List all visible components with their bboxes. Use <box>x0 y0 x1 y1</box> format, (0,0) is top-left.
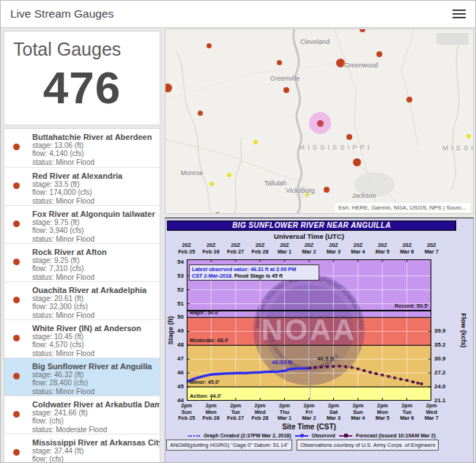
city-label-vicksburg: Vicksburg <box>286 187 314 194</box>
map-attribution: Esri, HERE, Garmin, NGA, USGS, NPS | Sou… <box>335 203 470 212</box>
gauge-name: Big Sunflower River at Anguilla <box>32 362 155 371</box>
list-item[interactable]: White River (IN) at Anderson stage: 10.4… <box>4 319 160 358</box>
gauge-status-dot <box>13 411 20 418</box>
latest-observed-line2: CST 2-Mar-2018. <box>192 273 233 279</box>
gauge-status: status: Moderate Flood <box>32 426 155 434</box>
legend-forecast: Forecast (issued 10:19AM Mar 2) <box>356 433 436 438</box>
gauge-name: Red River at Alexandria <box>32 171 155 180</box>
red-gauge-marker[interactable] <box>283 87 289 93</box>
red-gauge-marker[interactable] <box>215 212 220 214</box>
red-gauge-marker[interactable] <box>353 158 361 166</box>
gauge-flow: flow: 3,940 (cfs) <box>32 226 155 234</box>
gauge-status: status: Minor Flood <box>32 158 155 166</box>
gauge-name: White River (IN) at Anderson <box>32 324 155 333</box>
yellow-gauge-marker[interactable] <box>466 134 471 138</box>
menu-icon[interactable] <box>453 10 466 19</box>
gauge-status: status: Minor Flood <box>32 235 155 243</box>
gauge-name: Ouachita River at Arkadelphia <box>32 286 155 295</box>
list-item[interactable]: Fox River at Algonquin tailwater stage: … <box>4 205 160 243</box>
gauge-stage: stage: 46.32 (ft) <box>32 371 155 379</box>
list-item[interactable]: Coldwater River at Arkabutla Dam stage: … <box>4 396 160 434</box>
record-stage-label: Record: 50.5' <box>395 303 428 309</box>
city-label-cleveland: Cleveland <box>300 38 330 45</box>
red-gauge-marker[interactable] <box>198 111 203 116</box>
list-item-selected[interactable]: Big Sunflower River at Anguilla stage: 4… <box>4 358 160 396</box>
gauge-stage: stage: 10.45 (ft) <box>32 333 155 341</box>
gauge-flow: flow: 7,310 (cfs) <box>32 264 155 273</box>
city-label-greenwood: Greenwood <box>344 62 379 69</box>
legend-graph-created: Graph Created (2:37PM Mar 2, 2018) <box>204 433 291 438</box>
stage-axis-title: Stage (ft) <box>167 303 174 358</box>
list-item[interactable]: Red River at Alexandria stage: 33.5 (ft)… <box>4 167 160 205</box>
app-root: { "header": { "title": "Live Stream Gaug… <box>0 0 476 463</box>
chart-legend: Graph Created (2:37PM Mar 2, 2018) Obser… <box>166 433 458 438</box>
top-axis: 20ZFeb 25 20ZFeb 26 20ZFeb 27 20ZFeb 28 … <box>174 242 444 255</box>
gauge-stage: stage: 37.44 (ft) <box>32 447 155 455</box>
red-gauge-marker[interactable] <box>324 187 330 193</box>
city-label-monroe: Monroe <box>181 169 204 177</box>
gauge-flow: flow: 4,140 (cfs) <box>32 149 155 158</box>
gauge-name: Mississippi River at Arkansas City <box>32 438 155 447</box>
gauge-flow: flow: 32,300 (cfs) <box>32 303 155 311</box>
gauge-status-dot <box>13 297 20 303</box>
gauge-flow: flow: 28,400 (cfs) <box>32 379 155 387</box>
total-gauges-title: Total Gauges <box>4 32 160 60</box>
gauge-stage: stage: 9.25 (ft) <box>32 256 155 264</box>
red-gauge-marker[interactable] <box>207 43 212 48</box>
gauge-status-dot <box>13 182 20 189</box>
red-gauge-marker[interactable] <box>277 60 282 65</box>
gauge-flow: flow: 4,570 (cfs) <box>32 341 155 349</box>
gauge-status: status: Minor Flood <box>32 388 155 396</box>
graph-created-sample <box>188 435 200 437</box>
flood-stage-note: Flood Stage is 45 ft <box>234 273 283 279</box>
gauge-status-dot <box>13 221 20 227</box>
gauge-status: status: Minor Flood <box>32 311 155 319</box>
gauge-stage: stage: 241.66 (ft) <box>32 409 155 417</box>
list-item[interactable]: Buttahatchie River at Aberdeen stage: 13… <box>4 129 160 167</box>
gauge-status-dot <box>13 259 20 265</box>
chart-footer: ANGM6(plotting HGIRG) "Gage 0" Datum: 51… <box>166 440 439 451</box>
observations-credit: Observations courtesy of U.S. Army Corps… <box>297 440 439 451</box>
list-item[interactable]: Rock River at Afton stage: 9.25 (ft) flo… <box>4 243 160 281</box>
gauge-status: status: Minor Flood <box>32 349 155 358</box>
yellow-gauge-marker[interactable] <box>227 173 231 177</box>
list-item[interactable]: Mississippi River at Arkansas City stage… <box>4 434 160 463</box>
page-title: Live Stream Gauges <box>10 7 114 21</box>
gauge-status-dot <box>13 335 20 341</box>
chart-title: BIG SUNFLOWER RIVER NEAR ANGUILLA <box>167 221 456 231</box>
gauge-status: status: Minor Flood <box>32 273 155 281</box>
map-panel[interactable]: ClevelandGreenwoodGreenvilleMonroeTallul… <box>165 29 474 214</box>
list-item[interactable]: Ouachita River at Arkadelphia stage: 20.… <box>4 281 160 319</box>
city-label-greenville: Greenville <box>270 75 300 82</box>
minor-flood-label: Minor: 45.0' <box>190 379 220 385</box>
action-stage-label: Action: 44.0' <box>190 393 222 399</box>
gauge-status-dot <box>13 449 20 456</box>
red-gauge-marker[interactable] <box>346 134 352 140</box>
gauge-name: Coldwater River at Arkabutla Dam <box>32 400 155 409</box>
hydrograph-panel: BIG SUNFLOWER RIVER NEAR ANGUILLA Univer… <box>165 218 474 463</box>
red-gauge-marker[interactable] <box>406 97 412 103</box>
selected-gauge-marker[interactable] <box>317 120 324 127</box>
bottom-axis-label: Site Time (CST) <box>174 423 444 431</box>
gauge-name: Buttahatchie River at Aberdeen <box>32 133 155 141</box>
major-flood-label: Major: 50.0' <box>190 309 219 316</box>
latest-observed-line1: Latest observed value: 46.31 ft at 2:00 … <box>192 266 316 273</box>
total-gauges-card: Total Gauges 476 <box>4 31 160 125</box>
state-label-mississippi: MISSISSIPPI <box>299 143 373 151</box>
gauge-status-dot <box>13 373 20 379</box>
city-label-tallulah: Tallulah <box>264 179 287 187</box>
gauge-stage: stage: 33.5 (ft) <box>32 180 155 188</box>
forecast-peak-label: 46.5 ft <box>317 355 334 362</box>
yellow-gauge-marker[interactable] <box>253 140 258 144</box>
total-gauges-value: 476 <box>4 62 160 114</box>
moderate-flood-label: Moderate: 48.0' <box>190 337 229 344</box>
yellow-gauge-marker[interactable] <box>209 182 214 186</box>
gauge-stage: stage: 9.75 (ft) <box>32 218 155 226</box>
gauge-status-dot <box>13 144 20 150</box>
red-gauge-marker[interactable] <box>376 51 382 57</box>
gauge-name: Fox River at Algonquin tailwater <box>32 210 155 218</box>
gauge-status: status: Minor Flood <box>32 197 155 205</box>
annotation-box: Latest observed value: 46.31 ft at 2:00 … <box>189 264 319 281</box>
app-header: Live Stream Gauges <box>1 1 476 28</box>
gauge-stage: stage: 13.06 (ft) <box>32 141 155 149</box>
